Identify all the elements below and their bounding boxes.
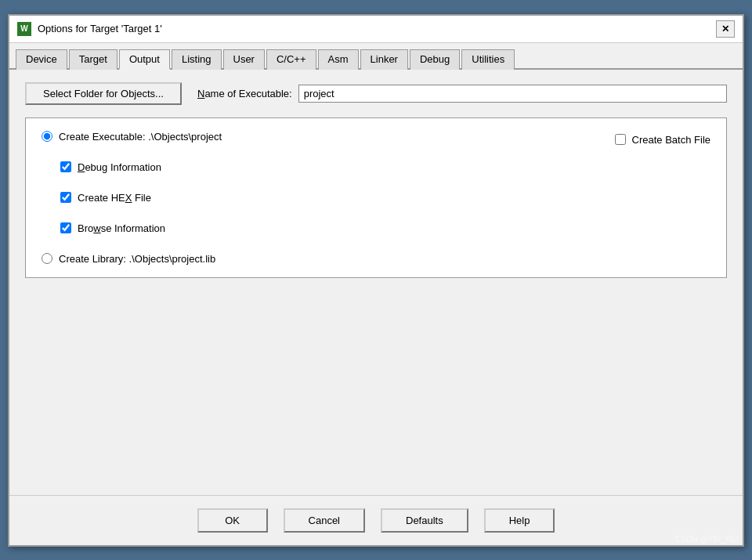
watermark: CSDN @YBr_YE/: [675, 535, 738, 544]
name-executable-input[interactable]: [298, 85, 727, 103]
create-hex-row: Create HEX File: [42, 192, 376, 204]
select-folder-button[interactable]: Select Folder for Objects...: [25, 82, 182, 105]
create-batch-label: Create Batch File: [632, 134, 710, 146]
top-row: Select Folder for Objects... Name of Exe…: [25, 82, 727, 105]
options-right: Create Batch File: [376, 131, 710, 265]
close-button[interactable]: ✕: [716, 20, 735, 38]
debug-info-row: Debug Information: [42, 161, 376, 173]
tab-target[interactable]: Target: [69, 49, 118, 70]
dialog-title: Options for Target 'Target 1': [38, 23, 162, 34]
browse-info-checkbox[interactable]: [60, 222, 71, 233]
create-executable-row: Create Executable: .\Objects\project: [42, 131, 376, 143]
browse-info-row: Browse Information: [42, 222, 376, 234]
cancel-button[interactable]: Cancel: [284, 508, 365, 533]
options-left: Create Executable: .\Objects\project Deb…: [42, 131, 376, 265]
create-hex-label: Create HEX File: [78, 192, 151, 204]
debug-info-checkbox[interactable]: [60, 161, 71, 172]
tab-listing[interactable]: Listing: [172, 49, 222, 70]
create-library-label: Create Library: .\Objects\project.lib: [59, 253, 215, 265]
create-executable-path: .\Objects\project: [148, 131, 222, 143]
tab-device[interactable]: Device: [16, 49, 67, 70]
tab-asm[interactable]: Asm: [318, 49, 359, 70]
create-batch-group: Create Batch File: [615, 134, 710, 146]
options-box: Create Executable: .\Objects\project Deb…: [25, 117, 727, 278]
options-inner: Create Executable: .\Objects\project Deb…: [42, 131, 710, 265]
tab-debug[interactable]: Debug: [410, 49, 460, 70]
debug-info-label: Debug Information: [78, 161, 161, 173]
create-library-radio[interactable]: [42, 253, 52, 264]
tab-output[interactable]: Output: [119, 49, 170, 70]
tab-cpp[interactable]: C/C++: [266, 49, 316, 70]
tab-user[interactable]: User: [223, 49, 265, 70]
create-executable-label: Create Executable: .\Objects\project: [59, 131, 222, 143]
content-area: Select Folder for Objects... Name of Exe…: [9, 70, 743, 495]
tabs-bar: Device Target Output Listing User C/C++ …: [9, 43, 743, 70]
tab-utilities[interactable]: Utilities: [461, 49, 515, 70]
defaults-button[interactable]: Defaults: [381, 508, 468, 533]
browse-info-label: Browse Information: [78, 222, 165, 234]
app-icon: W: [17, 22, 31, 36]
create-batch-checkbox[interactable]: [615, 134, 626, 145]
name-executable-group: Name of Executable:: [197, 85, 727, 103]
name-label-text: Name of Executable:: [197, 88, 292, 99]
create-hex-checkbox[interactable]: [60, 192, 71, 203]
help-button[interactable]: Help: [484, 508, 555, 533]
create-library-path: .\Objects\project.lib: [129, 253, 216, 265]
ok-button[interactable]: OK: [197, 508, 268, 533]
title-bar: W Options for Target 'Target 1' ✕: [9, 16, 743, 43]
create-library-row: Create Library: .\Objects\project.lib: [42, 253, 376, 265]
name-exe-label: Name of Executable:: [197, 88, 292, 99]
create-executable-radio[interactable]: [42, 131, 52, 142]
footer: OK Cancel Defaults Help: [9, 495, 743, 545]
tab-linker[interactable]: Linker: [360, 49, 408, 70]
